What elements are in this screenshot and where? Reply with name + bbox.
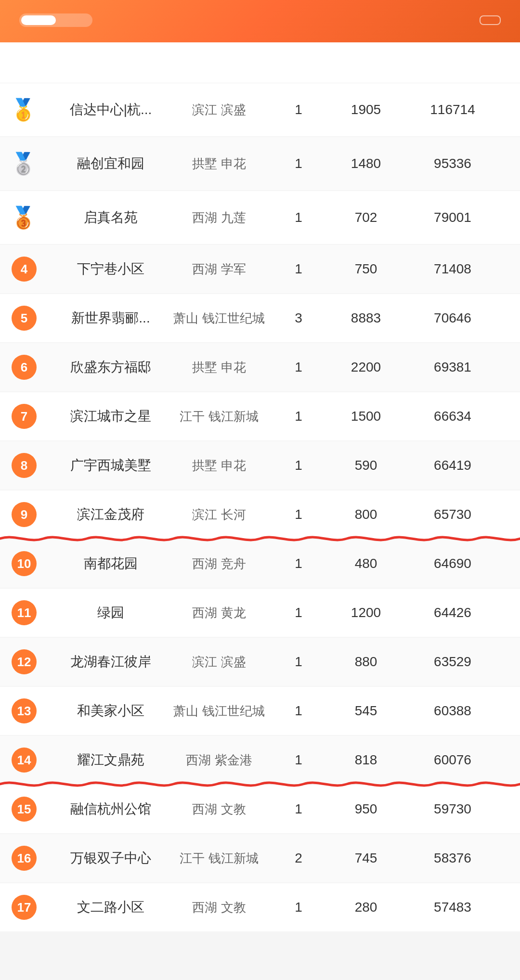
count-cell: 1 bbox=[274, 703, 323, 719]
price-cell: 116714 bbox=[409, 102, 496, 117]
rank-cell: 17 bbox=[10, 895, 58, 920]
amount-cell: 280 bbox=[323, 900, 409, 915]
table-row[interactable]: 17 文二路小区 西湖 文教 1 280 57483 bbox=[0, 883, 520, 931]
property-name: 融创宜和园 bbox=[58, 155, 164, 173]
table-row[interactable]: 12 龙湖春江彼岸 滨江 滨盛 1 880 63529 bbox=[0, 638, 520, 686]
rank-cell: 8 bbox=[10, 453, 58, 478]
table-row[interactable]: 14 耀江文鼎苑 西湖 紫金港 1 818 60076 bbox=[0, 736, 520, 784]
property-name: 新世界翡郦... bbox=[58, 309, 164, 327]
table-row[interactable]: 8 广宇西城美墅 拱墅 申花 1 590 66419 bbox=[0, 441, 520, 490]
property-name: 文二路小区 bbox=[58, 898, 164, 916]
price-cell: 71408 bbox=[409, 261, 496, 277]
price-cell: 69381 bbox=[409, 360, 496, 375]
area-name: 西湖 紫金港 bbox=[164, 752, 274, 769]
price-cell: 70646 bbox=[409, 310, 496, 326]
rank-badge: 7 bbox=[12, 404, 37, 429]
price-cell: 95336 bbox=[409, 156, 496, 171]
area-name: 西湖 文教 bbox=[164, 801, 274, 818]
table-row[interactable]: 6 欣盛东方福邸 拱墅 申花 1 2200 69381 bbox=[0, 343, 520, 391]
rank-badge: 12 bbox=[12, 649, 37, 674]
col-count bbox=[274, 54, 323, 71]
count-cell: 2 bbox=[274, 851, 323, 866]
price-cell: 59730 bbox=[409, 801, 496, 817]
rank-badge: 5 bbox=[12, 306, 37, 331]
amount-cell: 750 bbox=[323, 261, 409, 277]
amount-cell: 818 bbox=[323, 752, 409, 768]
table-row[interactable]: 16 万银双子中心 江干 钱江新城 2 745 58376 bbox=[0, 834, 520, 882]
property-name: 耀江文鼎苑 bbox=[58, 751, 164, 769]
property-name: 龙湖春江彼岸 bbox=[58, 653, 164, 671]
count-cell: 1 bbox=[274, 654, 323, 670]
rank-cell: 10 bbox=[10, 551, 58, 576]
table-row[interactable]: 7 滨江城市之星 江干 钱江新城 1 1500 66634 bbox=[0, 392, 520, 440]
tab-weekly[interactable] bbox=[21, 15, 56, 25]
count-cell: 1 bbox=[274, 409, 323, 424]
rank-cell: 12 bbox=[10, 649, 58, 674]
table-row[interactable]: 🥇 信达中心|杭... 滨江 滨盛 1 1905 116714 bbox=[0, 83, 520, 136]
rank-cell: 🥉 bbox=[10, 203, 58, 232]
amount-cell: 745 bbox=[323, 851, 409, 866]
col-rank bbox=[10, 54, 58, 71]
table-row[interactable]: 🥈 融创宜和园 拱墅 申花 1 1480 95336 bbox=[0, 137, 520, 190]
amount-cell: 1905 bbox=[323, 102, 409, 117]
property-name: 和美家小区 bbox=[58, 702, 164, 720]
price-cell: 79001 bbox=[409, 210, 496, 225]
col-property bbox=[58, 54, 164, 71]
rank-cell: 9 bbox=[10, 502, 58, 527]
table-row[interactable]: 5 新世界翡郦... 萧山 钱江世纪城 3 8883 70646 bbox=[0, 294, 520, 342]
rank-badge: 9 bbox=[12, 502, 37, 527]
rules-button[interactable] bbox=[480, 15, 501, 25]
area-name: 拱墅 申花 bbox=[164, 155, 274, 172]
bronze-medal-icon: 🥉 bbox=[10, 203, 37, 232]
amount-cell: 480 bbox=[323, 556, 409, 571]
amount-cell: 880 bbox=[323, 654, 409, 670]
table-row[interactable]: 4 下宁巷小区 西湖 学军 1 750 71408 bbox=[0, 245, 520, 293]
header bbox=[0, 0, 520, 42]
gold-medal-icon: 🥇 bbox=[10, 95, 37, 125]
price-cell: 66634 bbox=[409, 409, 496, 424]
table-row[interactable]: 🥉 启真名苑 西湖 九莲 1 702 79001 bbox=[0, 191, 520, 244]
count-cell: 1 bbox=[274, 605, 323, 620]
property-name: 信达中心|杭... bbox=[58, 101, 164, 119]
rank-cell: 16 bbox=[10, 846, 58, 871]
table-row[interactable]: 11 绿园 西湖 黄龙 1 1200 64426 bbox=[0, 589, 520, 637]
property-name: 欣盛东方福邸 bbox=[58, 358, 164, 376]
area-name: 西湖 文教 bbox=[164, 899, 274, 916]
count-cell: 1 bbox=[274, 156, 323, 171]
count-cell: 1 bbox=[274, 458, 323, 473]
table-row[interactable]: 13 和美家小区 萧山 钱江世纪城 1 545 60388 bbox=[0, 687, 520, 735]
price-cell: 64690 bbox=[409, 556, 496, 571]
count-cell: 1 bbox=[274, 507, 323, 522]
rank-cell: 7 bbox=[10, 404, 58, 429]
rank-badge: 8 bbox=[12, 453, 37, 478]
count-cell: 1 bbox=[274, 261, 323, 277]
rank-cell: 🥈 bbox=[10, 149, 58, 179]
property-name: 下宁巷小区 bbox=[58, 260, 164, 278]
rank-cell: 14 bbox=[10, 748, 58, 773]
table-row[interactable]: 9 滨江金茂府 滨江 长河 1 800 65730 bbox=[0, 490, 520, 539]
property-name: 滨江城市之星 bbox=[58, 407, 164, 426]
rank-badge: 14 bbox=[12, 748, 37, 773]
tab-monthly[interactable] bbox=[56, 15, 91, 25]
area-name: 拱墅 申花 bbox=[164, 359, 274, 376]
table-row[interactable]: 15 融信杭州公馆 西湖 文教 1 950 59730 bbox=[0, 785, 520, 833]
count-cell: 3 bbox=[274, 310, 323, 326]
area-name: 滨江 滨盛 bbox=[164, 654, 274, 671]
rank-cell: 4 bbox=[10, 257, 58, 282]
property-name: 万银双子中心 bbox=[58, 849, 164, 867]
price-cell: 58376 bbox=[409, 851, 496, 866]
amount-cell: 2200 bbox=[323, 360, 409, 375]
count-cell: 1 bbox=[274, 360, 323, 375]
rank-badge: 11 bbox=[12, 600, 37, 625]
tab-group[interactable] bbox=[19, 13, 92, 27]
price-cell: 57483 bbox=[409, 900, 496, 915]
table-row[interactable]: 10 南都花园 西湖 竞舟 1 480 64690 bbox=[0, 540, 520, 588]
count-cell: 1 bbox=[274, 801, 323, 817]
rank-badge: 6 bbox=[12, 355, 37, 380]
rank-cell: 13 bbox=[10, 698, 58, 723]
price-cell: 65730 bbox=[409, 507, 496, 522]
area-name: 萧山 钱江世纪城 bbox=[164, 703, 274, 720]
amount-cell: 950 bbox=[323, 801, 409, 817]
amount-cell: 545 bbox=[323, 703, 409, 719]
price-cell: 60388 bbox=[409, 703, 496, 719]
